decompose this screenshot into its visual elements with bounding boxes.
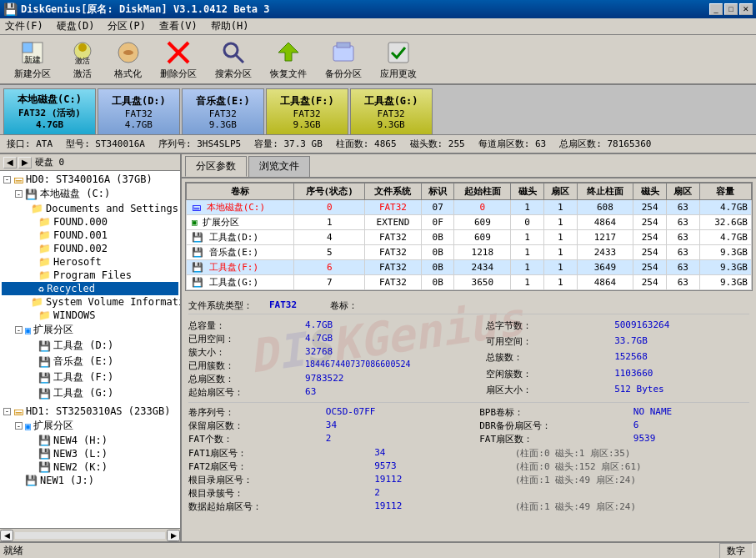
menu-file[interactable]: 文件(F) (2, 18, 47, 35)
menubar: 文件(F) 硬盘(D) 分区(P) 查看(V) 帮助(H) (0, 18, 756, 35)
disk-total-sectors: 总扇区数: 78165360 (559, 138, 651, 150)
svg-text:激活: 激活 (75, 57, 90, 65)
fat2-note: (柱面:0 磁头:152 扇区:61) (515, 460, 749, 473)
tree-programfiles[interactable]: 📁 Program Files (2, 269, 178, 282)
disk-capacity: 容量: 37.3 GB (254, 138, 323, 150)
disk-tab-c[interactable]: 本地磁盘(C:) FAT32 (活动) 4.7GB (3, 88, 96, 134)
activate-button[interactable]: 激活 激活 (62, 35, 103, 84)
menu-help[interactable]: 帮助(H) (208, 18, 253, 35)
fat-count-label: FAT个数： (188, 433, 321, 445)
tree-new4[interactable]: 💾 NEW4 (H:) (2, 434, 178, 447)
table-row[interactable]: 💾 工具盘(G:) 7 FAT32 0B 3650 1 1 4864 254 6… (187, 275, 752, 290)
delete-partition-label: 删除分区 (160, 68, 197, 80)
left-panel: ◀ ▶ 硬盘 0 - 🖴 HD0: ST340016A (37GB) - 💾 本… (0, 154, 182, 541)
expand-c[interactable]: - (15, 190, 23, 198)
apply-changes-label: 应用更改 (380, 68, 417, 80)
svg-rect-13 (337, 43, 350, 48)
menu-partition[interactable]: 分区(P) (104, 18, 149, 35)
disk-tab-d[interactable]: 工具盘(D:) FAT32 4.7GB (98, 88, 180, 134)
tab-partition-params[interactable]: 分区参数 (185, 156, 247, 177)
menu-view[interactable]: 查看(V) (156, 18, 201, 35)
tree-docs[interactable]: 📁 Documents and Settings (2, 202, 178, 215)
hscroll-right[interactable]: ▶ (167, 530, 180, 541)
fat1-note: (柱面:0 磁头:1 扇区:35) (515, 447, 749, 460)
tree-hd1[interactable]: - 🖴 HD1: ST3250310AS (233GB) (2, 405, 178, 418)
backup-partition-button[interactable]: 备份分区 (318, 35, 369, 84)
recover-file-button[interactable]: 恢复文件 (263, 35, 314, 84)
disk-tab-g[interactable]: 工具盘(G:) FAT32 9.3GB (350, 88, 433, 134)
partition-icon-new4: 💾 (38, 435, 51, 446)
table-row[interactable]: 🖴 本地磁盘(C:) 0 FAT32 07 0 1 1 608 254 63 4… (187, 200, 752, 215)
tree-f[interactable]: 💾 工具盘 (F:) (2, 369, 178, 385)
disk-tab-e[interactable]: 音乐盘(E:) FAT32 9.3GB (182, 88, 264, 134)
expand-hd1[interactable]: - (3, 408, 11, 415)
reserved-label: 保留扇区数： (188, 420, 321, 432)
total-bytes-value: 5009163264 (614, 319, 749, 334)
window-controls: _ □ ✕ (709, 3, 753, 15)
total-clusters-label: 总簇数： (486, 351, 612, 366)
expand-hd0[interactable]: - (3, 176, 11, 183)
fat2-label: FAT2扇区号： (188, 460, 369, 473)
minimize-button[interactable]: _ (709, 3, 723, 15)
start-sector-value: 63 (305, 386, 468, 399)
bpb-label: BPB卷标： (479, 406, 628, 419)
maximize-button[interactable]: □ (724, 3, 738, 15)
tree-hd0[interactable]: - 🖴 HD0: ST340016A (37GB) (2, 173, 178, 186)
serial-label: 卷序列号： (188, 406, 321, 419)
tree-g[interactable]: 💾 工具盘 (G:) (2, 385, 178, 401)
app-icon: 💾 (3, 3, 18, 16)
table-row[interactable]: 💾 工具盘(D:) 4 FAT32 0B 609 1 1 1217 254 63… (187, 230, 752, 245)
serial-value: OC5D-07FF (326, 406, 453, 419)
tree-herosoft[interactable]: 📁 Herosoft (2, 255, 178, 269)
reserved-value: 34 (326, 420, 453, 432)
folder-icon-recycled: ♻ (38, 283, 44, 294)
titlebar: 💾 DiskGenius[原名: DiskMan] V3.1.0412 Beta… (0, 0, 756, 18)
new-partition-button[interactable]: 新建 新建分区 (7, 35, 58, 84)
apply-changes-button[interactable]: 应用更改 (373, 35, 424, 84)
close-button[interactable]: ✕ (739, 3, 753, 15)
tree-extend2[interactable]: - ▣ 扩展分区 (2, 418, 178, 434)
tree-found001[interactable]: 📁 FOUND.001 (2, 229, 178, 242)
table-row[interactable]: 💾 工具盘(F:) 6 FAT32 0B 2434 1 1 3649 254 6… (187, 260, 752, 275)
partition-table: 卷标 序号(状态) 文件系统 标识 起始柱面 磁头 扇区 终止柱面 磁头 扇区 … (186, 183, 752, 290)
tree-windows[interactable]: 📁 WINDOWS (2, 309, 178, 322)
col-header-startsec: 扇区 (543, 183, 577, 200)
svg-point-4 (78, 43, 87, 52)
tree-found000[interactable]: 📁 FOUND.000 (2, 215, 178, 229)
tree-extend1[interactable]: - ▣ 扩展分区 (2, 322, 178, 338)
tree-sysvolinfo[interactable]: 📁 System Volume Informati (2, 295, 178, 309)
svg-text:新建: 新建 (24, 55, 41, 64)
nav-back-button[interactable]: ◀ (3, 157, 17, 168)
fat-count-value: 2 (326, 433, 453, 445)
tree-e[interactable]: 💾 音乐盘 (E:) (2, 354, 178, 369)
format-button[interactable]: 格式化 (107, 35, 149, 84)
total-label: 总容量： (188, 319, 302, 332)
tab-browse-files[interactable]: 浏览文件 (248, 156, 310, 177)
tree-c[interactable]: - 💾 本地磁盘 (C:) (2, 186, 178, 202)
expand-extend2[interactable]: - (15, 422, 23, 430)
sector-size-label: 扇区大小： (486, 384, 612, 399)
folder-icon-herosoft: 📁 (38, 256, 51, 268)
delete-partition-button[interactable]: 删除分区 (153, 35, 204, 84)
col-header-vol: 卷标 (187, 183, 294, 200)
tree-new1[interactable]: 💾 NEW1 (J:) (2, 474, 178, 487)
tree-new3[interactable]: 💾 NEW3 (L:) (2, 447, 178, 460)
nav-forward-button[interactable]: ▶ (18, 157, 32, 168)
new-partition-icon: 新建 (19, 39, 46, 66)
fat-sectors-label: FAT扇区数： (479, 433, 628, 445)
used-label: 已用空间： (188, 333, 302, 345)
hscroll-left[interactable]: ◀ (0, 530, 13, 541)
disk-tab-f[interactable]: 工具盘(F:) FAT32 9.3GB (266, 88, 348, 134)
table-row[interactable]: ▣ 扩展分区 1 EXTEND 0F 609 0 1 4864 254 63 3… (187, 215, 752, 230)
tree-new2[interactable]: 💾 NEW2 (K:) (2, 460, 178, 474)
fat1-label: FAT1扇区号： (188, 447, 369, 460)
tree-found002[interactable]: 📁 FOUND.002 (2, 242, 178, 255)
table-row[interactable]: 💾 音乐盘(E:) 5 FAT32 0B 1218 1 1 2433 254 6… (187, 245, 752, 260)
tree-d[interactable]: 💾 工具盘 (D:) (2, 338, 178, 354)
menu-disk[interactable]: 硬盘(D) (53, 18, 98, 35)
cluster-size-label: 簇大小： (188, 346, 302, 359)
tree-recycled[interactable]: ♻ Recycled (2, 282, 178, 295)
total-sectors-label: 总扇区数： (188, 373, 302, 385)
search-partition-button[interactable]: 搜索分区 (208, 35, 259, 84)
expand-extend1[interactable]: - (15, 326, 23, 334)
